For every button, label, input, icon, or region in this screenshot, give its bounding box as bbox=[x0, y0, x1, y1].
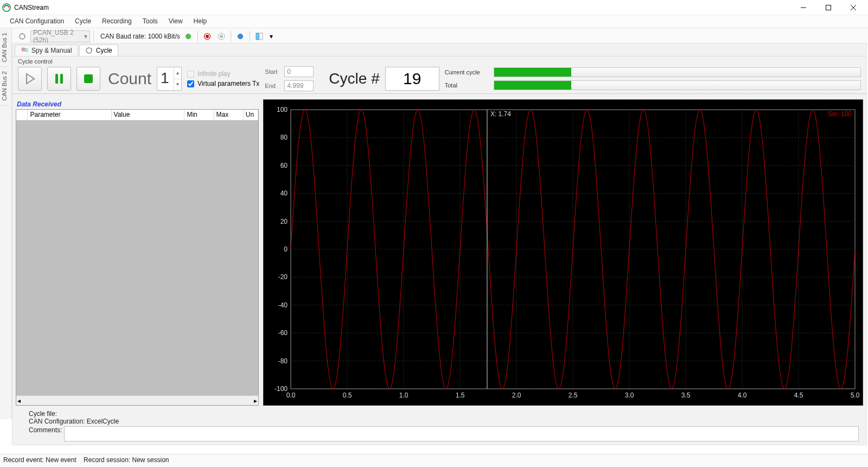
comments-input[interactable] bbox=[64, 426, 859, 441]
comments-label: Comments: bbox=[29, 426, 62, 434]
chevron-down-icon: ▾ bbox=[84, 33, 87, 40]
count-label: Count bbox=[108, 70, 151, 88]
window-title: CANStream bbox=[14, 4, 49, 11]
start-label: Start bbox=[265, 68, 281, 75]
menu-help[interactable]: Help bbox=[188, 15, 213, 28]
layout-dropdown-icon[interactable]: ▾ bbox=[267, 30, 275, 42]
svg-text:-60: -60 bbox=[278, 329, 288, 337]
can-config-value: ExcelCycle bbox=[87, 418, 119, 425]
svg-text:3.0: 3.0 bbox=[625, 392, 634, 399]
side-tab-strip: CAN Bus 1 CAN Bus 2 bbox=[0, 28, 12, 419]
svg-text:2.5: 2.5 bbox=[569, 392, 578, 399]
svg-text:80: 80 bbox=[280, 134, 288, 141]
svg-point-6 bbox=[220, 35, 223, 38]
cycle-number-value: 19 bbox=[385, 67, 439, 91]
svg-rect-14 bbox=[84, 74, 93, 83]
refresh-icon[interactable] bbox=[16, 30, 28, 42]
svg-text:0.5: 0.5 bbox=[343, 392, 352, 399]
scroll-right-icon[interactable]: ▸ bbox=[254, 397, 257, 405]
svg-rect-12 bbox=[55, 74, 58, 84]
close-button[interactable] bbox=[841, 0, 866, 15]
svg-rect-7 bbox=[256, 33, 259, 40]
svg-text:-100: -100 bbox=[275, 385, 288, 393]
svg-point-2 bbox=[20, 34, 25, 39]
device-select-value: PCAN_USB 2 (52h) bbox=[33, 29, 82, 44]
infinite-play-label: Infinite play bbox=[197, 70, 231, 78]
end-label: End bbox=[265, 83, 281, 89]
total-progress bbox=[494, 80, 861, 90]
svg-text:4.5: 4.5 bbox=[794, 392, 803, 399]
total-label: Total bbox=[445, 82, 488, 89]
svg-text:100: 100 bbox=[277, 106, 288, 113]
can-config-label: CAN Configuration: bbox=[29, 418, 87, 425]
svg-rect-1 bbox=[826, 5, 831, 10]
menu-can-configuration[interactable]: CAN Configuration bbox=[4, 15, 69, 28]
count-spinner[interactable]: 1 ▲▼ bbox=[157, 67, 182, 91]
status-led-icon bbox=[182, 30, 194, 42]
svg-text:-20: -20 bbox=[278, 273, 288, 281]
menu-bar: CAN Configuration Cycle Recording Tools … bbox=[0, 15, 868, 28]
virtual-params-label: Virtual parameters Tx bbox=[197, 80, 259, 87]
svg-point-4 bbox=[206, 35, 209, 38]
svg-text:1.5: 1.5 bbox=[456, 392, 465, 399]
pause-button[interactable] bbox=[47, 67, 71, 91]
title-bar: CANStream bbox=[0, 0, 868, 15]
menu-view[interactable]: View bbox=[163, 15, 188, 28]
svg-text:5.0: 5.0 bbox=[851, 392, 860, 399]
device-select[interactable]: PCAN_USB 2 (52h) ▾ bbox=[30, 30, 90, 42]
side-tab-bus-2[interactable]: CAN Bus 2 bbox=[0, 67, 9, 105]
svg-text:2.0: 2.0 bbox=[512, 392, 521, 399]
svg-text:-80: -80 bbox=[278, 357, 288, 365]
virtual-params-checkbox[interactable]: Virtual parameters Tx bbox=[187, 80, 259, 87]
svg-text:4.0: 4.0 bbox=[738, 392, 747, 399]
current-cycle-label: Current cycle bbox=[445, 69, 488, 75]
marker-icon[interactable] bbox=[234, 30, 246, 42]
tab-cycle[interactable]: Cycle bbox=[79, 45, 118, 56]
stop-record-button[interactable] bbox=[215, 30, 227, 42]
cycle-file-label: Cycle file: bbox=[29, 410, 859, 418]
start-input[interactable] bbox=[284, 66, 314, 77]
document-tabs: Spy & Manual Cycle bbox=[12, 43, 866, 56]
svg-point-10 bbox=[24, 48, 28, 52]
grid-scrollbar[interactable]: ◂▸ bbox=[16, 395, 258, 405]
infinite-play-checkbox[interactable]: Infinite play bbox=[187, 70, 259, 78]
bottom-info: Cycle file: CAN Configuration: ExcelCycl… bbox=[24, 408, 863, 441]
cycle-control-panel: Cycle control Count 1 ▲▼ Infinite play V… bbox=[12, 56, 866, 94]
svg-text:40: 40 bbox=[280, 190, 288, 197]
menu-cycle[interactable]: Cycle bbox=[69, 15, 97, 28]
people-icon bbox=[21, 47, 28, 54]
minimize-button[interactable] bbox=[791, 0, 816, 15]
toolbar: PCAN_USB 2 (52h) ▾ CAN Baud rate: 1000 k… bbox=[0, 28, 868, 45]
svg-text:3.5: 3.5 bbox=[681, 392, 691, 399]
record-button[interactable] bbox=[201, 30, 213, 42]
spin-down-icon[interactable]: ▼ bbox=[174, 79, 181, 91]
tab-cycle-label: Cycle bbox=[96, 47, 112, 54]
data-area: Data Received ParameterValueMinMaxUn ◂▸ … bbox=[16, 99, 863, 406]
stop-button[interactable] bbox=[76, 67, 100, 91]
scroll-left-icon[interactable]: ◂ bbox=[17, 397, 21, 405]
svg-text:Sin: 100: Sin: 100 bbox=[828, 110, 852, 118]
svg-text:1.0: 1.0 bbox=[399, 392, 409, 399]
menu-recording[interactable]: Recording bbox=[97, 15, 137, 28]
svg-rect-13 bbox=[60, 74, 63, 84]
chart[interactable]: 0.00.51.01.52.02.53.03.54.04.55.0-100-80… bbox=[263, 99, 863, 406]
svg-point-11 bbox=[86, 48, 92, 53]
app-icon bbox=[2, 3, 11, 12]
side-tab-bus-1[interactable]: CAN Bus 1 bbox=[0, 28, 9, 67]
count-value: 1 bbox=[161, 70, 169, 87]
svg-text:-40: -40 bbox=[278, 301, 288, 309]
data-grid[interactable]: ParameterValueMinMaxUn ◂▸ bbox=[16, 109, 259, 406]
spin-up-icon[interactable]: ▲ bbox=[174, 67, 181, 79]
menu-tools[interactable]: Tools bbox=[137, 15, 163, 28]
end-input[interactable] bbox=[284, 80, 314, 91]
svg-rect-8 bbox=[259, 33, 263, 40]
svg-text:X: 1.74: X: 1.74 bbox=[490, 110, 511, 118]
play-button[interactable] bbox=[18, 67, 42, 91]
grid-body bbox=[16, 121, 258, 395]
maximize-button[interactable] bbox=[816, 0, 841, 15]
status-record-event: Record event: New event bbox=[3, 456, 76, 464]
layout-button[interactable] bbox=[253, 30, 265, 42]
status-record-session: Record session: New session bbox=[84, 456, 169, 464]
work-area: Spy & Manual Cycle Cycle control Count 1… bbox=[12, 43, 867, 445]
tab-spy-manual[interactable]: Spy & Manual bbox=[15, 45, 78, 56]
